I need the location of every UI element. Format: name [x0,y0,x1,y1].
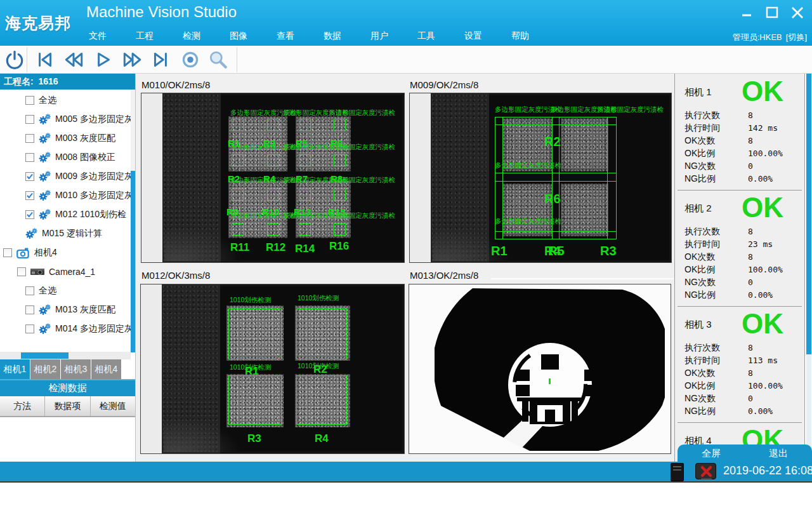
menu-item-10[interactable]: 帮助 [511,30,529,42]
search-icon[interactable] [207,49,230,70]
tree-item-全选[interactable]: 全选 [0,284,131,298]
tree-horizontal-scrollbar[interactable] [0,352,131,359]
camera-tabs: 相机1相机2相机3相机4 [0,359,135,379]
gear-icon [39,152,51,163]
admin-label: 管理员:HKEB [733,32,782,43]
stat-value: 8 [748,136,753,145]
roi-label: R16 [329,241,349,251]
separator [678,306,802,307]
menu-item-9[interactable]: 设置 [464,30,482,42]
menu-item-3[interactable]: 检测 [183,30,200,42]
tab-相机4[interactable]: 相机4 [91,359,121,379]
tree-item-m010[interactable]: M010 多边形固定灰 [0,189,131,203]
stat-value: 8 [748,252,753,262]
skip-to-start-icon[interactable] [33,49,56,70]
project-name-bar: 工程名: 1616 [0,74,135,90]
fullscreen-button[interactable]: 全屏 [678,444,745,462]
roi-label: R12 [266,242,285,253]
maximize-button[interactable] [764,5,780,20]
checkbox[interactable] [25,305,34,314]
tree-item-label: M008 图像校正 [55,152,115,163]
checkbox[interactable] [25,153,34,162]
tab-相机2[interactable]: 相机2 [30,359,60,379]
tree-item-m008[interactable]: M008 图像校正 [0,150,131,164]
camera-view-m012[interactable]: R1R2R3R41010划伤检测1010划伤检测1010划伤检测1010划伤检测 [140,284,405,454]
gear-icon [39,114,51,125]
play-icon[interactable] [91,49,114,70]
tree-item-m003[interactable]: M003 灰度匹配 [0,131,131,145]
roi-box [267,154,279,166]
roi-label: R6 [544,192,561,205]
skip-to-end-icon[interactable] [150,49,173,70]
tree-item-label: Camera4_1 [49,267,95,277]
stat-value: 0 [748,277,753,287]
checkbox[interactable] [25,134,34,143]
title-underline [491,278,674,279]
tree-item-m012[interactable]: M012 1010划伤检 [0,208,131,222]
close-button[interactable] [789,5,806,20]
switch-user-link[interactable]: [切换] [786,32,807,43]
menu-item-2[interactable]: 工程 [136,30,154,42]
camera-stat-block-1: 相机 1OK执行次数8执行时间142 msOK次数8OK比例100.00%NG次… [675,86,805,203]
tree-item-m005[interactable]: M005 多边形固定灰 [0,112,131,126]
checkbox[interactable] [17,267,26,276]
exit-button[interactable]: 退出 [745,444,812,462]
admin-area: 管理员:HKEB [切换] [733,32,807,43]
checkbox[interactable] [25,96,34,105]
camera-view-m010[interactable]: R1R3R5R6R2R4R7R8R9R10R13R15R11R12R14R16多… [141,93,405,263]
camera-view-area: M010/OK/2ms/8 M009/OK/2ms/8 M012/OK/3ms/… [135,74,674,462]
tree-vertical-scrollbar[interactable] [131,90,135,352]
checkbox-checked[interactable] [25,191,34,200]
checkbox-checked[interactable] [25,210,34,219]
menu-item-4[interactable]: 图像 [230,30,247,42]
camera-view-m009[interactable]: R2R6R1R4R5R3多边形固定灰度污渍检多边形固定灰度污渍检多边形固定灰度污… [409,93,672,263]
sidebar: 工程名: 1616 全选M005 多边形固定灰M003 灰度匹配M008 图像校… [0,74,135,462]
tree-item-全选[interactable]: 全选 [0,93,131,107]
stat-label: 执行次数 [684,342,720,354]
rewind-icon[interactable] [62,49,85,70]
power-icon[interactable] [3,49,26,70]
checkbox-checked[interactable] [25,172,34,181]
tree-item-相机4[interactable]: 相机4 [0,246,131,260]
tab-相机1[interactable]: 相机1 [0,359,30,379]
menu-item-7[interactable]: 用户 [370,30,388,42]
tree-item-m014[interactable]: M014 多边形固定灰 [0,322,131,336]
status-ok: OK [742,77,783,105]
minimize-button[interactable] [738,5,755,20]
camera-stats-panel: 相机 1OK执行次数8执行时间142 msOK次数8OK比例100.00%NG次… [674,74,805,462]
roi-box [232,224,244,236]
center-mark [549,378,551,384]
camera-view-m013[interactable] [409,284,671,454]
menu-item-8[interactable]: 工具 [417,30,435,42]
stat-label: NG比例 [684,290,716,301]
tab-相机3[interactable]: 相机3 [61,359,91,379]
machine-vision-studio-window: { "window": { "logo": "海克易邦", "title": "… [0,0,812,508]
checkbox[interactable] [25,115,34,124]
tree-item-m015[interactable]: M015 逻辑计算 [0,227,131,241]
checkbox[interactable] [3,248,12,257]
table-header-1: 方法 [0,396,45,416]
checkbox[interactable] [25,286,34,295]
gear-icon [25,228,37,239]
roi-box [299,224,311,236]
panel-vertical-scrollbar[interactable] [806,74,811,462]
tree-item-camera4_1[interactable]: Camera4_1 [0,265,131,279]
fast-forward-icon[interactable] [121,49,143,70]
stat-value: 113 ms [748,356,778,365]
stat-value: 100.00% [748,149,783,158]
stat-value: 142 ms [748,123,778,133]
menu-item-6[interactable]: 数据 [324,30,341,42]
menu-item-1[interactable]: 文件 [89,30,107,42]
checkbox[interactable] [25,324,34,333]
tree-item-m009[interactable]: M009 多边形固定灰 [0,170,131,184]
roi-annotation: 多边形固定灰度污渍检 [495,218,561,225]
roi-overlay: R1R2R3R41010划伤检测1010划伤检测1010划伤检测1010划伤检测 [141,284,404,453]
menu-item-5[interactable]: 查看 [277,30,294,42]
record-icon[interactable] [179,49,202,70]
tree-item-label: M014 多边形固定灰 [55,323,131,335]
monitor-disconnected-icon[interactable] [695,463,716,479]
camera-name: 相机 3 [684,319,712,331]
tree-item-m013[interactable]: M013 灰度匹配 [0,303,131,317]
gear-icon [39,209,51,220]
camera-name: 相机 1 [684,86,712,98]
